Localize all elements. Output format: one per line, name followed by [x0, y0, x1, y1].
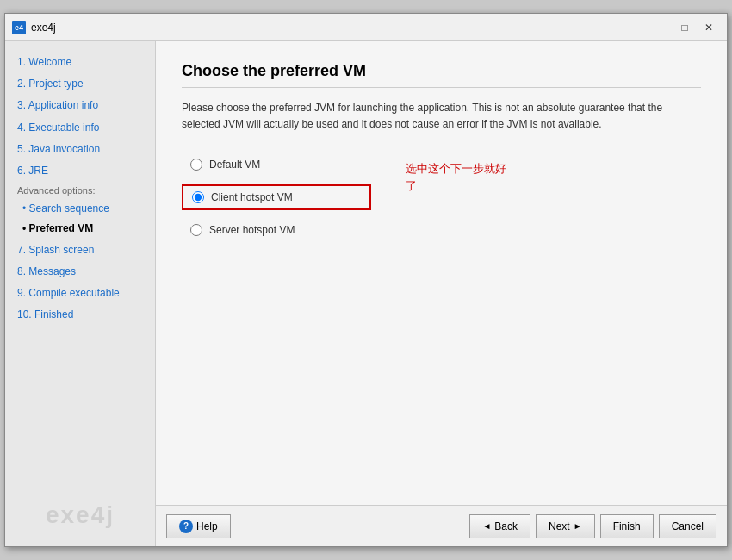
advanced-options-label: Advanced options:: [5, 182, 155, 199]
footer-right: ◄ Back Next ► Finish Cancel: [469, 514, 716, 538]
sidebar-sub-preferred-vm[interactable]: • Preferred VM: [5, 219, 155, 239]
main-content: Choose the preferred VM Please choose th…: [156, 41, 727, 546]
content-area: Choose the preferred VM Please choose th…: [156, 41, 727, 505]
sidebar-item-exec-info[interactable]: 4. Executable info: [5, 117, 155, 139]
sidebar-item-java-invocation[interactable]: 5. Java invocation: [5, 139, 155, 160]
sidebar-item-welcome[interactable]: 1. Welcome: [5, 52, 155, 73]
page-title: Choose the preferred VM: [182, 62, 701, 88]
title-bar: e4 exe4j ─ □ ✕: [5, 14, 727, 41]
radio-server-hotspot[interactable]: [190, 224, 202, 236]
app-icon: e4: [12, 21, 26, 34]
option-default-vm-label: Default VM: [209, 159, 260, 171]
help-icon: ?: [179, 520, 193, 533]
page-description: Please choose the preferred JVM for laun…: [182, 100, 701, 133]
sidebar-sub-search-sequence[interactable]: • Search sequence: [5, 199, 155, 219]
sidebar-item-splash-screen[interactable]: 7. Splash screen: [5, 240, 155, 261]
cancel-button[interactable]: Cancel: [659, 514, 716, 538]
window-title: exe4j: [31, 22, 56, 34]
finish-button[interactable]: Finish: [600, 514, 654, 538]
sidebar-item-jre[interactable]: 6. JRE: [5, 160, 155, 182]
next-label: Next: [549, 520, 570, 532]
finish-label: Finish: [613, 520, 641, 532]
sidebar-item-finished[interactable]: 10. Finished: [5, 304, 155, 326]
back-button[interactable]: ◄ Back: [469, 514, 530, 538]
next-arrow: ►: [574, 521, 582, 531]
option-server-hotspot[interactable]: Server hotspot VM: [182, 219, 371, 241]
annotation-line1: 选中这个下一步就好: [406, 160, 506, 177]
radio-default-vm[interactable]: [190, 159, 202, 171]
minimize-button[interactable]: ─: [649, 19, 672, 36]
title-bar-left: e4 exe4j: [12, 21, 56, 34]
annotation-line2: 了: [406, 177, 506, 195]
watermark: exe4j: [46, 501, 115, 529]
radio-client-hotspot[interactable]: [192, 191, 204, 203]
help-button[interactable]: ? Help: [166, 514, 231, 538]
next-button[interactable]: Next ►: [536, 514, 595, 538]
close-button[interactable]: ✕: [698, 19, 720, 36]
back-arrow: ◄: [482, 521, 491, 531]
maximize-button[interactable]: □: [673, 19, 696, 36]
option-client-hotspot-label: Client hotspot VM: [211, 191, 293, 203]
title-controls: ─ □ ✕: [649, 19, 720, 36]
sidebar-item-app-info[interactable]: 3. Application info: [5, 95, 155, 116]
option-client-hotspot[interactable]: Client hotspot VM: [182, 184, 371, 210]
sidebar-item-messages[interactable]: 8. Messages: [5, 261, 155, 283]
option-server-hotspot-label: Server hotspot VM: [209, 224, 295, 236]
sidebar-item-compile-executable[interactable]: 9. Compile executable: [5, 283, 155, 304]
window-body: 1. Welcome 2. Project type 3. Applicatio…: [5, 41, 727, 546]
footer-left: ? Help: [166, 514, 231, 538]
main-window: e4 exe4j ─ □ ✕ 1. Welcome 2. Project typ…: [4, 13, 728, 547]
back-label: Back: [494, 520, 518, 532]
annotation: 选中这个下一步就好 了: [406, 160, 506, 194]
sidebar-item-project-type[interactable]: 2. Project type: [5, 73, 155, 95]
options-area: Default VM Client hotspot VM Server hots…: [182, 153, 701, 241]
cancel-label: Cancel: [672, 520, 704, 532]
help-label: Help: [196, 520, 218, 532]
footer: ? Help ◄ Back Next ► Finish: [156, 505, 727, 546]
option-default-vm[interactable]: Default VM: [182, 153, 371, 176]
sidebar: 1. Welcome 2. Project type 3. Applicatio…: [5, 41, 156, 546]
